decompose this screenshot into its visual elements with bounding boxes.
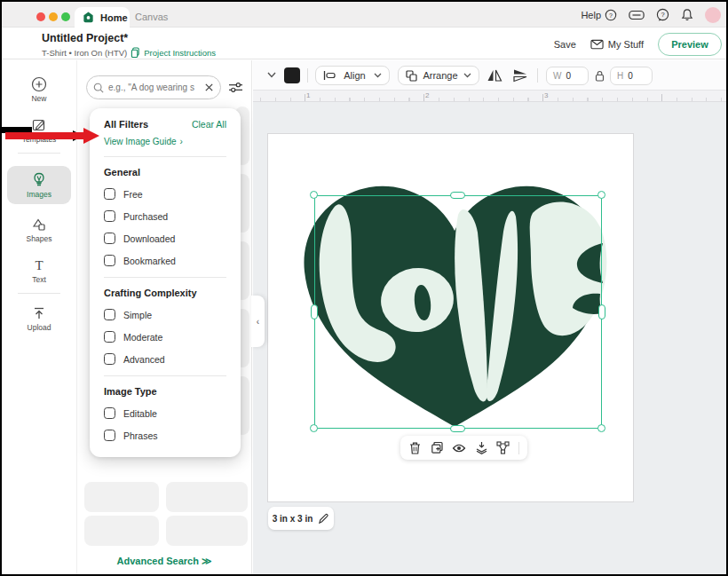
selection-handle-middle-right[interactable] xyxy=(598,304,605,320)
checkbox[interactable] xyxy=(104,309,115,320)
checkbox[interactable] xyxy=(104,331,115,343)
tab-canvas[interactable]: Canvas xyxy=(135,7,168,28)
arrange-dropdown[interactable]: Arrange xyxy=(398,66,479,85)
chevron-down-icon[interactable] xyxy=(267,72,276,78)
height-field[interactable]: H 0 xyxy=(610,67,653,85)
filter-option-bookmarked[interactable]: Bookmarked xyxy=(104,255,226,266)
help-menu[interactable]: Help ? xyxy=(581,9,617,21)
shapes-icon xyxy=(31,217,47,233)
width-label: W xyxy=(553,71,561,81)
selection-bounding-box[interactable] xyxy=(314,195,602,429)
clear-search-icon[interactable] xyxy=(204,83,214,92)
search-input[interactable] xyxy=(108,83,200,92)
flip-horizontal-icon[interactable] xyxy=(487,67,502,83)
chevron-down-icon xyxy=(463,73,471,78)
filter-option-moderate[interactable]: Moderate xyxy=(104,331,226,343)
general-heading: General xyxy=(104,167,226,178)
flip-vertical-icon[interactable] xyxy=(512,68,528,83)
attach-icon[interactable] xyxy=(496,441,510,454)
templates-icon xyxy=(31,117,47,133)
checkbox[interactable] xyxy=(104,255,115,266)
filter-option-editable[interactable]: Editable xyxy=(104,407,226,419)
new-plus-icon xyxy=(31,76,47,92)
cricut-logo-icon xyxy=(82,11,95,24)
clear-all-link[interactable]: Clear All xyxy=(192,119,226,130)
notifications-bell-icon[interactable] xyxy=(681,8,693,21)
height-label: H xyxy=(617,71,623,81)
sidebar-item-new[interactable]: New xyxy=(7,76,71,103)
filter-option-purchased[interactable]: Purchased xyxy=(104,210,226,222)
selection-handle-middle-left[interactable] xyxy=(311,304,318,320)
selection-handle-bottom-center[interactable] xyxy=(450,425,465,432)
fill-color-swatch[interactable] xyxy=(284,67,300,83)
project-header: Untitled Project* T-Shirt • Iron On (HTV… xyxy=(2,28,726,59)
feedback-question-icon[interactable]: ? xyxy=(656,8,669,21)
filters-icon[interactable] xyxy=(228,81,243,94)
width-value: 0 xyxy=(566,71,571,81)
view-image-guide-link[interactable]: View Image Guide › xyxy=(104,137,226,146)
images-lightbulb-icon xyxy=(31,172,47,188)
tab-home[interactable]: Home xyxy=(75,7,130,28)
annotation-red-arrowhead xyxy=(83,128,99,144)
edit-pencil-icon[interactable] xyxy=(318,513,329,525)
save-button[interactable]: Save xyxy=(554,39,576,50)
filter-option-advanced[interactable]: Advanced xyxy=(104,353,226,365)
project-instructions-link[interactable]: Project Instructions xyxy=(144,48,216,58)
minimize-window-icon[interactable] xyxy=(49,12,58,21)
checkbox-label: Bookmarked xyxy=(123,256,176,266)
document-icon xyxy=(131,47,140,58)
checkbox[interactable] xyxy=(104,233,115,244)
collapse-panel-button[interactable]: ‹ xyxy=(251,296,265,347)
ruler-tick-label: 1 xyxy=(306,91,310,99)
checkbox[interactable] xyxy=(104,407,115,419)
my-stuff-button[interactable]: My Stuff xyxy=(590,39,644,50)
zoom-window-icon[interactable] xyxy=(61,12,70,21)
selection-handle-top-right[interactable] xyxy=(597,191,605,199)
sidebar-divider xyxy=(18,293,60,294)
duplicate-icon[interactable] xyxy=(431,441,444,454)
advanced-search-link[interactable]: Advanced Search ≫ xyxy=(77,556,251,567)
selection-handle-bottom-left[interactable] xyxy=(310,424,318,432)
checkbox-label: Downloaded xyxy=(123,233,175,244)
width-field[interactable]: W 0 xyxy=(546,67,589,85)
all-filters-popover: All Filters Clear All View Image Guide ›… xyxy=(90,108,241,457)
ruler-tick-label: 3 xyxy=(544,91,548,99)
sidebar-item-images[interactable]: Images xyxy=(7,166,71,204)
sidebar-item-shapes[interactable]: Shapes xyxy=(7,217,71,243)
user-avatar[interactable] xyxy=(705,7,721,23)
text-tool-icon: T xyxy=(35,258,43,272)
checkbox[interactable] xyxy=(104,353,115,365)
size-badge[interactable]: 3 in x 3 in xyxy=(268,507,334,530)
sidebar-item-text[interactable]: T Text xyxy=(7,257,71,284)
preview-button[interactable]: Preview xyxy=(658,33,722,56)
close-window-icon[interactable] xyxy=(36,12,45,21)
align-dropdown[interactable]: Align xyxy=(315,66,390,85)
filter-option-phrases[interactable]: Phrases xyxy=(104,430,226,441)
sidebar-item-upload[interactable]: Upload xyxy=(7,305,71,332)
toolbar-divider xyxy=(537,68,538,83)
delete-icon[interactable] xyxy=(408,441,422,455)
image-type-heading: Image Type xyxy=(104,386,226,397)
image-search-bar[interactable] xyxy=(86,75,221,99)
lock-aspect-icon[interactable] xyxy=(595,70,605,82)
svg-text:?: ? xyxy=(609,12,613,18)
checkbox-label: Moderate xyxy=(123,332,162,343)
hide-eye-icon[interactable] xyxy=(452,443,466,454)
checkbox-label: Purchased xyxy=(123,211,168,222)
checkbox[interactable] xyxy=(104,210,115,222)
flatten-icon[interactable] xyxy=(475,441,488,454)
filter-option-downloaded[interactable]: Downloaded xyxy=(104,233,226,244)
chevron-down-icon xyxy=(374,73,382,78)
selection-handle-top-center[interactable] xyxy=(450,192,465,199)
filter-option-free[interactable]: Free xyxy=(104,188,226,200)
checkbox[interactable] xyxy=(104,188,115,200)
sidebar-item-label: Shapes xyxy=(7,234,71,243)
selection-handle-top-left[interactable] xyxy=(310,191,318,199)
selection-handle-bottom-right[interactable] xyxy=(597,424,605,432)
filter-option-simple[interactable]: Simple xyxy=(104,309,226,320)
all-filters-title: All Filters xyxy=(104,119,148,130)
upload-icon xyxy=(31,305,47,321)
machine-icon[interactable] xyxy=(629,9,645,21)
checkbox[interactable] xyxy=(104,430,115,441)
canvas-area: Align Arrange xyxy=(253,60,726,576)
